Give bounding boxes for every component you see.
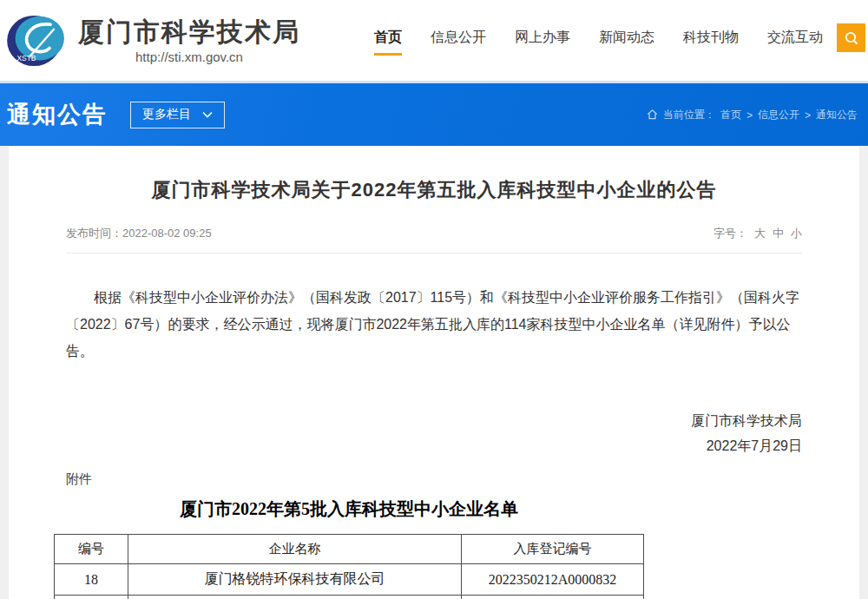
search-button[interactable] bbox=[837, 23, 865, 52]
company-roster-table: 编号 企业名称 入库登记编号 18 厦门格锐特环保科技有限公司 20223502… bbox=[54, 534, 644, 599]
column-header-no: 编号 bbox=[55, 535, 128, 564]
article-title: 厦门市科学技术局关于2022年第五批入库科技型中小企业的公告 bbox=[66, 146, 802, 203]
chevron-down-icon bbox=[202, 111, 213, 118]
site-title: 厦门市科学技术局 bbox=[78, 17, 300, 47]
site-logo-icon: XSTB bbox=[7, 14, 66, 68]
more-columns-label: 更多栏目 bbox=[142, 107, 191, 122]
publish-time-value: 2022-08-02 09:25 bbox=[122, 227, 212, 240]
nav-item-services[interactable]: 网上办事 bbox=[515, 29, 570, 53]
signature-date: 2022年7月29日 bbox=[66, 433, 802, 458]
font-size-medium[interactable]: 中 bbox=[773, 226, 784, 241]
font-size-control: 字号： 大 中 小 bbox=[713, 226, 802, 241]
table-row: 18 厦门格锐特环保科技有限公司 2022350212A0000832 bbox=[55, 564, 644, 596]
article-paragraph: 根据《科技型中小企业评价办法》（国科发政〔2017〕115号）和《科技型中小企业… bbox=[66, 284, 802, 365]
column-header-reg: 入库登记编号 bbox=[462, 535, 644, 564]
site-brand: 厦门市科学技术局 http://sti.xm.gov.cn bbox=[78, 17, 300, 64]
signature-org: 厦门市科学技术局 bbox=[66, 408, 802, 433]
publish-time: 发布时间：2022-08-02 09:25 bbox=[66, 226, 212, 241]
svg-text:XSTB: XSTB bbox=[16, 54, 36, 63]
breadcrumb-prefix: 当前位置： bbox=[663, 108, 715, 122]
breadcrumb-separator: > bbox=[805, 109, 811, 121]
attachment-section: 厦门市2022年第5批入库科技型中小企业名单 编号 企业名称 入库登记编号 18… bbox=[54, 497, 644, 599]
search-icon bbox=[844, 30, 859, 46]
nav-item-news[interactable]: 新闻动态 bbox=[599, 29, 654, 53]
cell-no: 18 bbox=[55, 564, 128, 596]
breadcrumb-info[interactable]: 信息公开 bbox=[758, 108, 799, 122]
table-row-partial bbox=[55, 596, 644, 599]
more-columns-button[interactable]: 更多栏目 bbox=[130, 102, 225, 128]
font-size-large[interactable]: 大 bbox=[754, 226, 766, 241]
nav-item-journal[interactable]: 科技刊物 bbox=[683, 29, 739, 53]
site-header: XSTB 厦门市科学技术局 http://sti.xm.gov.cn 首页 信息… bbox=[0, 0, 868, 81]
cell-name: 厦门格锐特环保科技有限公司 bbox=[128, 564, 461, 596]
article-meta: 发布时间：2022-08-02 09:25 字号： 大 中 小 bbox=[66, 226, 802, 241]
font-size-label: 字号： bbox=[713, 226, 747, 241]
nav-item-home[interactable]: 首页 bbox=[374, 29, 402, 56]
nav-item-info[interactable]: 信息公开 bbox=[431, 29, 486, 53]
breadcrumb-home[interactable]: 首页 bbox=[720, 108, 741, 122]
meta-divider bbox=[66, 253, 802, 253]
home-icon bbox=[647, 109, 658, 121]
publish-time-label: 发布时间： bbox=[66, 227, 122, 240]
attachment-table-title: 厦门市2022年第5批入库科技型中小企业名单 bbox=[54, 497, 644, 521]
font-size-small[interactable]: 小 bbox=[791, 226, 802, 241]
nav-item-interact[interactable]: 交流互动 bbox=[767, 29, 823, 53]
section-banner: 通知公告 更多栏目 当前位置： 首页 > 信息公开 > 通知公告 bbox=[0, 83, 868, 146]
breadcrumb-separator: > bbox=[746, 109, 753, 121]
article-page: 厦门市科学技术局关于2022年第五批入库科技型中小企业的公告 发布时间：2022… bbox=[9, 146, 859, 599]
table-header-row: 编号 企业名称 入库登记编号 bbox=[55, 535, 644, 564]
column-header-name: 企业名称 bbox=[128, 535, 461, 564]
attachment-label: 附件 bbox=[66, 471, 802, 488]
site-url: http://sti.xm.gov.cn bbox=[78, 49, 300, 64]
breadcrumb-notice[interactable]: 通知公告 bbox=[816, 108, 858, 122]
signature-block: 厦门市科学技术局 2022年7月29日 bbox=[66, 408, 802, 458]
cell-reg: 2022350212A0000832 bbox=[462, 564, 644, 596]
section-title: 通知公告 bbox=[7, 99, 108, 130]
main-nav: 首页 信息公开 网上办事 新闻动态 科技刊物 交流互动 bbox=[374, 29, 823, 56]
breadcrumb: 当前位置： 首页 > 信息公开 > 通知公告 bbox=[647, 108, 858, 122]
